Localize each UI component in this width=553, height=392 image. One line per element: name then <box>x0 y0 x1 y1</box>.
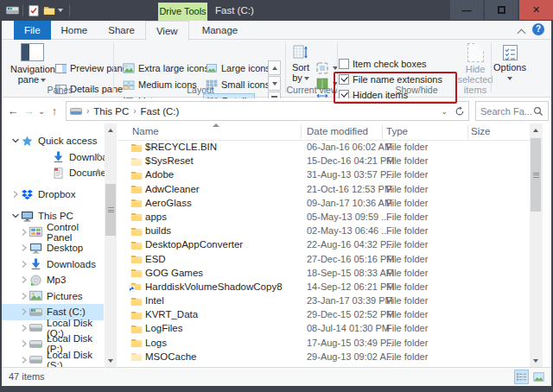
file-date-modified: 21-Oct-16 12:53 PM <box>307 184 392 194</box>
options-button[interactable]: Options <box>491 45 529 83</box>
sidebar-item-pictures[interactable]: Pictures <box>2 288 104 305</box>
column-header-name[interactable]: Name <box>132 126 159 136</box>
group-by-button[interactable] <box>315 61 338 75</box>
help-icon[interactable]: ? <box>532 23 544 35</box>
drive-icon[interactable] <box>6 4 19 16</box>
recent-locations-dropdown-icon[interactable]: ⌄ <box>36 107 47 116</box>
file-name-extensions-checkbox[interactable] <box>339 74 349 85</box>
breadcrumb-item-fast-c[interactable]: Fast (C:) <box>141 106 180 117</box>
sidebar-item-downloads[interactable]: Downloads <box>2 256 104 273</box>
tab-home[interactable]: Home <box>51 21 99 40</box>
tab-view[interactable]: View <box>145 21 189 41</box>
search-icon[interactable] <box>533 106 543 117</box>
file-row-msocache[interactable]: MSOCache29-Aug-13 09:02 A...File folder <box>118 351 531 364</box>
maximize-button[interactable] <box>485 0 518 20</box>
scrollbar-thumb[interactable] <box>105 184 116 236</box>
checkbox-item-check-boxes[interactable]: Item check boxes <box>339 59 427 69</box>
file-list-scrollbar[interactable] <box>530 123 543 367</box>
chevron-right-icon[interactable] <box>19 275 29 284</box>
tab-file[interactable]: File <box>14 21 51 40</box>
chevron-right-icon[interactable] <box>19 356 29 364</box>
chevron-right-icon[interactable] <box>19 307 29 316</box>
file-row-gog-games[interactable]: GOG Games18-Sep-15 08:33 AMFile folder <box>118 267 531 281</box>
chevron-down-icon[interactable] <box>10 136 21 145</box>
close-button[interactable]: ✕ <box>519 0 553 20</box>
forward-button[interactable]: → <box>21 104 36 117</box>
file-row-adobe[interactable]: Adobe31-Aug-13 03:57 P...File folder <box>118 168 531 182</box>
chevron-right-icon[interactable] <box>19 228 29 237</box>
details-view-button[interactable] <box>514 370 529 384</box>
address-dropdown-icon[interactable]: ⌄ <box>441 107 448 116</box>
chevron-right-icon[interactable] <box>10 190 21 199</box>
chevron-down-icon[interactable] <box>10 212 21 220</box>
sidebar-item-downloads[interactable]: Downloads <box>2 149 104 166</box>
scroll-up-icon[interactable] <box>530 123 542 136</box>
chevron-right-icon[interactable] <box>19 292 29 300</box>
column-header-type[interactable]: Type <box>386 126 408 136</box>
sidebar-item-documents[interactable]: Documents <box>2 165 104 181</box>
column-header-size[interactable]: Size <box>471 126 490 136</box>
scroll-down-icon[interactable] <box>105 354 117 367</box>
breadcrumb-item-this-pc[interactable]: This PC <box>93 106 129 117</box>
sidebar-item-control-panel[interactable]: Control Panel <box>2 224 104 241</box>
sidebar-item-dropbox[interactable]: Dropbox <box>2 187 104 203</box>
refresh-icon[interactable] <box>454 106 465 117</box>
file-row-harddiskvolumeshadowcopy8[interactable]: HarddiskVolumeShadowCopy814-Sep-12 06:21… <box>118 281 531 294</box>
item-check-boxes-checkbox[interactable] <box>339 59 349 69</box>
breadcrumb-chevron-icon[interactable]: › <box>133 106 136 116</box>
sidebar-item-label: Dropbox <box>38 189 75 199</box>
preview-pane-button[interactable]: Preview pane <box>55 63 128 73</box>
tab-manage[interactable]: Manage <box>192 21 249 40</box>
customize-toolbar-dropdown-icon[interactable] <box>55 4 66 16</box>
title-bar[interactable]: Drive Tools Fast (C:) — ✕ <box>0 0 553 21</box>
file-row-logfiles[interactable]: LogFiles08-Jul-14 01:30 PMFile folder <box>118 322 531 336</box>
file-row-aeroglass[interactable]: AeroGlass09-Jan-17 10:36 AMFile folder <box>118 197 531 211</box>
downloads-icon <box>29 258 43 270</box>
file-row-intel[interactable]: Intel23-Jan-17 03:39 PMFile folder <box>118 294 531 308</box>
layout-scroll-down-button[interactable] <box>268 76 281 91</box>
column-header-date-modified[interactable]: Date modified <box>307 126 368 136</box>
scrollbar-thumb[interactable] <box>531 138 541 212</box>
drive-tools-contextual-tab[interactable]: Drive Tools <box>158 3 207 21</box>
chevron-right-icon[interactable] <box>19 260 29 269</box>
panes-group-label: Panes <box>28 85 92 95</box>
navigation-pane-button[interactable]: Navigation pane <box>10 43 54 85</box>
file-row-esd[interactable]: ESD27-Dec-16 05:16 PMFile folder <box>118 253 531 267</box>
layout-option-large-icons[interactable]: Large icons <box>203 60 273 75</box>
file-row-recycle-bin[interactable]: $RECYCLE.BIN06-Jan-16 06:02 AMFile folde… <box>118 141 531 155</box>
scroll-up-icon[interactable] <box>105 123 117 136</box>
file-row-desktopappconverter[interactable]: DesktopAppConverter22-Aug-16 04:32 P...F… <box>118 238 531 252</box>
layout-option-extra-large-icons[interactable]: Extra large icons <box>120 60 212 75</box>
up-button[interactable]: ↑ <box>47 104 62 117</box>
file-row-apps[interactable]: apps05-May-13 09:59 ...File folder <box>118 211 531 224</box>
search-input[interactable]: Search Fa... <box>475 101 549 121</box>
chevron-right-icon[interactable] <box>19 243 29 252</box>
sidebar-item-desktop[interactable]: Desktop <box>2 240 104 256</box>
sidebar-item-quick-access[interactable]: Quick access <box>2 133 104 149</box>
sidebar-item-local-disk-s[interactable]: Local Disk (S:) <box>2 352 104 368</box>
back-button[interactable]: ← <box>5 104 21 117</box>
file-row-sysreset[interactable]: $SysReset15-Dec-16 04:21 PMFile folder <box>118 155 531 168</box>
collapse-ribbon-icon[interactable] <box>518 28 525 32</box>
chevron-right-icon[interactable] <box>19 339 29 348</box>
minimize-button[interactable]: — <box>450 0 483 20</box>
pin-icon <box>93 152 102 161</box>
chevron-right-icon[interactable] <box>19 324 29 332</box>
sort-by-button[interactable]: Sort by <box>288 45 314 83</box>
breadcrumb-chevron-icon[interactable]: › <box>86 106 89 116</box>
document-icon-glyph <box>52 168 65 179</box>
sidebar-scrollbar[interactable] <box>105 123 117 367</box>
file-row-adwcleaner[interactable]: AdwCleaner21-Oct-16 12:53 PMFile folder <box>118 183 531 197</box>
tab-share[interactable]: Share <box>98 21 145 40</box>
file-row-logs[interactable]: Logs17-Aug-15 03:49 P...File folder <box>118 337 531 351</box>
file-row-kvrt-data[interactable]: KVRT_Data29-Dec-15 02:52 PMFile folder <box>118 308 531 322</box>
scroll-down-icon[interactable] <box>530 354 542 367</box>
file-row-builds[interactable]: builds02-May-13 06:46 ...File folder <box>118 224 531 238</box>
checkbox-file-name-extensions[interactable]: File name extensions <box>339 74 442 85</box>
properties-check-icon[interactable] <box>27 4 40 16</box>
address-field[interactable]: ›This PC›Fast (C:) ⌄ <box>66 101 469 121</box>
folder-icon[interactable] <box>42 4 55 16</box>
layout-scroll-up-button[interactable] <box>268 60 281 75</box>
thumbnail-view-button[interactable] <box>531 370 546 384</box>
sidebar-item-mp3[interactable]: Mp3 <box>2 272 104 288</box>
